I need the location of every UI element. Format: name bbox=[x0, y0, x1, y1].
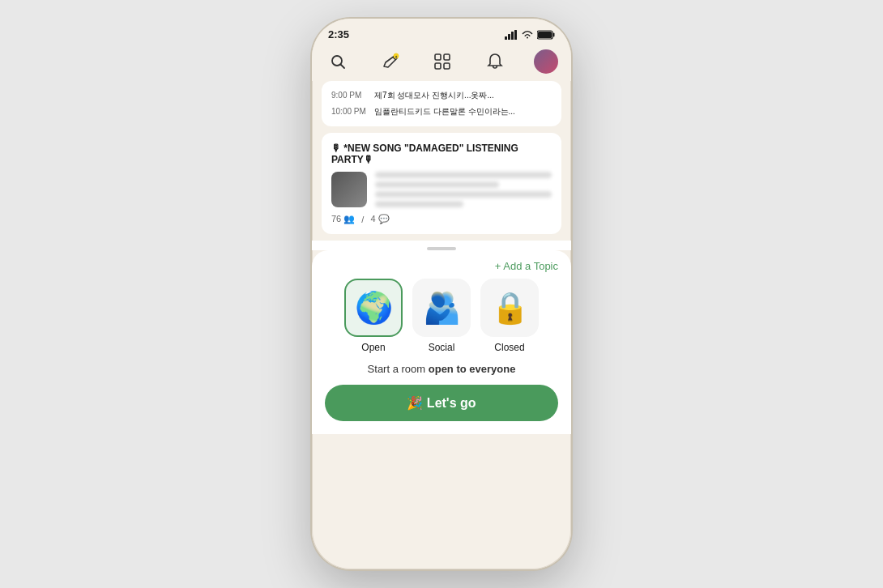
room-description: Start a room open to everyone bbox=[312, 363, 571, 385]
social-icon: 🫂 bbox=[423, 290, 461, 326]
post-line-1 bbox=[375, 172, 552, 178]
schedule-text-2: 임플란티드키드 다른말론 수민이라는... bbox=[374, 106, 515, 117]
svg-rect-6 bbox=[538, 32, 552, 38]
svg-rect-0 bbox=[505, 36, 507, 40]
add-topic-button[interactable]: + Add a Topic bbox=[495, 260, 558, 272]
room-option-closed[interactable]: 🔒 Closed bbox=[480, 279, 539, 353]
post-line-2 bbox=[375, 181, 499, 188]
content-area: 9:00 PM 제7회 성대모사 진행시키...옷짜... 10:00 PM 임… bbox=[312, 81, 571, 569]
nav-bar: ✦ bbox=[312, 44, 571, 81]
wifi-icon bbox=[521, 30, 534, 40]
post-content-lines bbox=[375, 172, 552, 207]
room-option-open[interactable]: 🌍 Open bbox=[344, 279, 403, 353]
post-content-row bbox=[331, 172, 552, 207]
comments-icon: 💬 bbox=[378, 214, 390, 224]
closed-room-icon-container: 🔒 bbox=[480, 279, 539, 337]
user-avatar[interactable] bbox=[534, 49, 558, 74]
svg-rect-2 bbox=[511, 32, 514, 40]
schedule-item-2: 10:00 PM 임플란티드키드 다른말론 수민이라는... bbox=[331, 104, 552, 120]
globe-icon: 🌍 bbox=[355, 290, 393, 326]
svg-rect-14 bbox=[444, 63, 450, 69]
svg-rect-12 bbox=[444, 54, 450, 60]
signal-icon bbox=[505, 30, 518, 40]
social-room-icon-container: 🫂 bbox=[412, 279, 471, 337]
schedule-time-2: 10:00 PM bbox=[331, 107, 368, 116]
schedule-time-1: 9:00 PM bbox=[331, 91, 368, 100]
drag-indicator-area bbox=[312, 241, 571, 250]
svg-rect-13 bbox=[435, 63, 441, 69]
svg-rect-3 bbox=[514, 30, 517, 40]
room-option-social[interactable]: 🫂 Social bbox=[412, 279, 471, 353]
schedule-text-1: 제7회 성대모사 진행시키...옷짜... bbox=[374, 90, 494, 101]
lets-go-button[interactable]: 🎉 Let's go bbox=[325, 385, 558, 421]
search-button[interactable] bbox=[325, 49, 351, 75]
svg-rect-5 bbox=[553, 32, 555, 36]
room-type-row: 🌍 Open 🫂 Social 🔒 Closed bbox=[312, 275, 571, 363]
grid-button[interactable] bbox=[429, 49, 455, 75]
open-room-label: Open bbox=[361, 342, 385, 353]
lock-icon: 🔒 bbox=[491, 290, 529, 326]
svg-line-8 bbox=[341, 65, 345, 69]
svg-text:✦: ✦ bbox=[395, 54, 398, 59]
post-card[interactable]: 🎙 *NEW SONG "DAMAGED" LISTENING PARTY🎙 7… bbox=[322, 133, 561, 234]
post-thumbnail bbox=[331, 172, 367, 207]
post-title: 🎙 *NEW SONG "DAMAGED" LISTENING PARTY🎙 bbox=[331, 143, 552, 165]
post-stats: 76 👥 / 4 💬 bbox=[331, 214, 552, 224]
closed-room-label: Closed bbox=[494, 342, 524, 353]
svg-rect-11 bbox=[435, 54, 441, 60]
svg-rect-1 bbox=[508, 34, 510, 40]
participants-icon: 👥 bbox=[343, 214, 355, 224]
phone-frame: 2:35 bbox=[312, 19, 571, 569]
bottom-sheet: + Add a Topic 🌍 Open 🫂 Social bbox=[312, 250, 571, 434]
separator: / bbox=[361, 215, 364, 224]
status-icons bbox=[505, 30, 555, 40]
add-topic-row: + Add a Topic bbox=[312, 254, 571, 275]
schedule-item-1: 9:00 PM 제7회 성대모사 진행시키...옷짜... bbox=[331, 87, 552, 104]
status-bar: 2:35 bbox=[312, 19, 571, 44]
post-line-4 bbox=[375, 201, 463, 207]
participants-count: 76 👥 bbox=[331, 214, 355, 224]
schedule-card: 9:00 PM 제7회 성대모사 진행시키...옷짜... 10:00 PM 임… bbox=[322, 81, 561, 126]
battery-icon bbox=[537, 30, 555, 40]
social-room-label: Social bbox=[429, 342, 455, 353]
comments-count: 4 💬 bbox=[370, 214, 389, 224]
notification-button[interactable] bbox=[482, 49, 508, 75]
status-time: 2:35 bbox=[328, 28, 349, 40]
compose-button[interactable]: ✦ bbox=[378, 49, 403, 75]
open-room-icon-container: 🌍 bbox=[344, 279, 403, 337]
post-line-3 bbox=[375, 191, 552, 198]
